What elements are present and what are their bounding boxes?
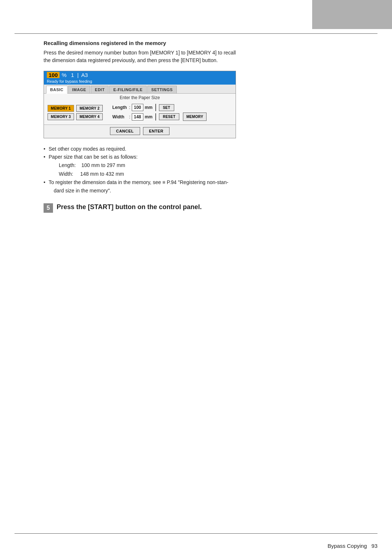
tab-efiling[interactable]: E-FILING/FILE bbox=[109, 86, 146, 93]
bullet-3-cont: dard size in the memory". bbox=[49, 188, 111, 194]
set-button[interactable]: SET bbox=[159, 104, 174, 111]
footer-text: Bypass Copying 93 bbox=[327, 543, 377, 549]
paper-size-label: Enter the Paper Size bbox=[44, 94, 236, 101]
width-value: 148 bbox=[132, 113, 143, 121]
ui-panel: 100 % 1 | A3 Ready for bypass feeding BA… bbox=[44, 71, 236, 138]
step-5: 5 Press the [START] button on the contro… bbox=[44, 203, 370, 213]
paper-size-ranges: Length: 100 mm to 297 mm Width: 148 mm t… bbox=[49, 161, 370, 179]
status-ready: Ready for bypass feeding bbox=[44, 79, 236, 85]
status-page: 1 bbox=[69, 72, 76, 78]
top-rule bbox=[15, 33, 377, 34]
length-unit: mm bbox=[145, 105, 152, 110]
memory-2-button[interactable]: MEMORY 2 bbox=[76, 105, 103, 112]
panel-row-1: MEMORY 1 MEMORY 2 MEMORY 3 MEMORY 4 Leng… bbox=[48, 104, 232, 121]
memory-1-button[interactable]: MEMORY 1 bbox=[48, 105, 74, 112]
body-text-2: the dimension data registered previously… bbox=[44, 57, 218, 63]
memory-action-button[interactable]: MEMORY bbox=[183, 113, 206, 121]
main-content: Recalling dimensions registered in the m… bbox=[44, 40, 370, 213]
body-text-1: Press the desired memory number button f… bbox=[44, 50, 236, 56]
step-number: 5 bbox=[44, 203, 53, 213]
status-percent-sign: % bbox=[60, 72, 69, 78]
length-range: Length: 100 mm to 297 mm bbox=[59, 161, 370, 170]
length-value: 100 bbox=[132, 104, 143, 111]
tab-image[interactable]: IMAGE bbox=[68, 86, 90, 93]
bullet-1: Set other copy modes as required. bbox=[44, 145, 370, 153]
connector-line-2 bbox=[155, 113, 156, 121]
width-range: Width: 148 mm to 432 mm bbox=[59, 170, 370, 179]
tab-basic[interactable]: BASIC bbox=[46, 86, 68, 94]
top-decoration bbox=[312, 0, 392, 29]
length-label: Length bbox=[112, 105, 127, 110]
bullet-list: Set other copy modes as required. Paper … bbox=[44, 145, 370, 195]
tab-settings[interactable]: SETTINGS bbox=[147, 86, 177, 93]
memory-4-button[interactable]: MEMORY 4 bbox=[76, 113, 103, 120]
enter-button[interactable]: ENTER bbox=[143, 127, 170, 135]
step-text: Press the [START] button on the control … bbox=[57, 203, 202, 212]
footer-page: 93 bbox=[371, 543, 377, 549]
tab-edit[interactable]: EDIT bbox=[91, 86, 109, 93]
section-body: Press the desired memory number button f… bbox=[44, 49, 370, 64]
status-percent: 100 bbox=[47, 72, 60, 78]
footer-label: Bypass Copying bbox=[327, 543, 367, 549]
status-paper-size: A3 bbox=[80, 72, 89, 78]
panel-body: MEMORY 1 MEMORY 2 MEMORY 3 MEMORY 4 Leng… bbox=[44, 101, 236, 125]
bullet-3: To register the dimension data in the me… bbox=[44, 178, 370, 195]
memory-3-button[interactable]: MEMORY 3 bbox=[48, 113, 74, 120]
length-colon: : bbox=[129, 105, 130, 110]
reset-button[interactable]: RESET bbox=[159, 113, 180, 120]
tab-bar: BASIC IMAGE EDIT E-FILING/FILE SETTINGS bbox=[44, 85, 236, 94]
footer: Bypass Copying 93 bbox=[15, 543, 377, 549]
connector-line-1 bbox=[155, 104, 156, 111]
width-colon: : bbox=[129, 114, 130, 119]
bottom-buttons-area: CANCEL ENTER bbox=[44, 125, 236, 138]
status-separator: | bbox=[76, 72, 80, 78]
cancel-button[interactable]: CANCEL bbox=[110, 127, 140, 135]
bottom-rule bbox=[15, 533, 377, 534]
section-heading: Recalling dimensions registered in the m… bbox=[44, 40, 370, 46]
bullet-2: Paper size that can be set is as follows… bbox=[44, 153, 370, 178]
width-label: Width bbox=[112, 114, 127, 119]
width-unit: mm bbox=[145, 114, 152, 119]
